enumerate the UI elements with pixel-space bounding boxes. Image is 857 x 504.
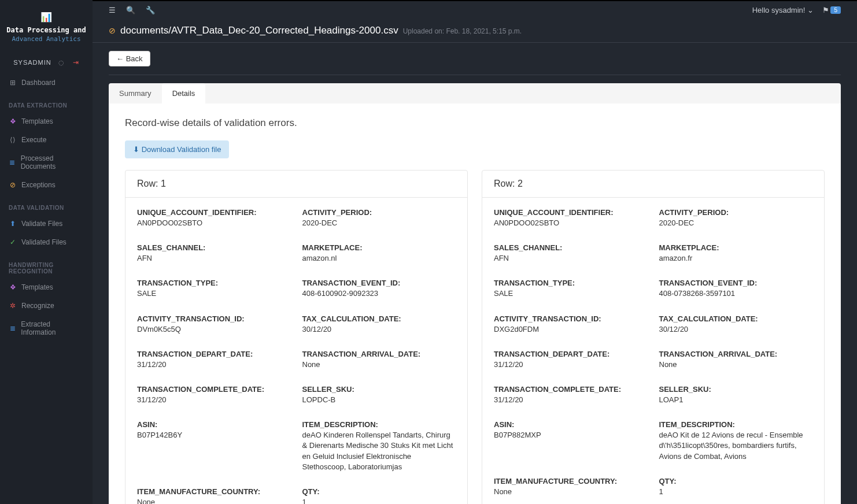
field-label: TRANSACTION_COMPLETE_DATE: [137, 385, 291, 394]
sidebar-item-execute[interactable]: ⟨⟩Execute [0, 131, 93, 149]
details-panel: Record-wise details of validation errors… [109, 103, 841, 504]
sidebar-item-validate-files[interactable]: ⬆Validate Files [0, 214, 93, 233]
field-label: ITEM_DESCRIPTION: [659, 420, 813, 429]
field-label: MARKETPLACE: [302, 243, 456, 252]
field: ITEM_DESCRIPTION:deAO Kit de 12 Avions d… [659, 420, 813, 462]
field-label: TRANSACTION_ARRIVAL_DATE: [659, 350, 813, 358]
search-icon[interactable]: 🔍 [126, 6, 135, 14]
field-label: TAX_CALCULATION_DATE: [302, 314, 456, 323]
field-label: ACTIVITY_PERIOD: [302, 208, 456, 217]
arrow-left-icon: ← [116, 54, 124, 63]
topbar-user-menu[interactable]: Hello sysadmin! ⌄ [752, 6, 814, 14]
field: ASIN:B07P882MXP [494, 420, 648, 462]
field-value: B07P882MXP [494, 430, 648, 440]
field-value: B07P142B6Y [137, 430, 291, 440]
logo-icon: 📊 [6, 12, 87, 23]
field: TRANSACTION_TYPE:SALE [137, 279, 291, 299]
sidebar-item-templates[interactable]: ❖Templates [0, 278, 93, 297]
document-title: documents/AVTR_Data_Dec-20_Corrected_Hea… [120, 25, 398, 36]
record-title: Row: 1 [125, 171, 467, 198]
field-label: ACTIVITY_TRANSACTION_ID: [494, 314, 648, 323]
field: TRANSACTION_EVENT_ID:408-6100902-9092323 [302, 279, 456, 299]
field: ACTIVITY_TRANSACTION_ID:DVm0K5c5Q [137, 314, 291, 335]
field-label: TRANSACTION_ARRIVAL_DATE: [302, 350, 456, 358]
sidebar-user: SYSADMIN ◌ ⇥ [0, 51, 93, 73]
field: TAX_CALCULATION_DATE:30/12/20 [659, 314, 813, 335]
notifications-flag[interactable]: ⚑ 5 [822, 6, 841, 14]
field: TRANSACTION_DEPART_DATE:31/12/20 [137, 350, 291, 370]
record-card: Row: 1UNIQUE_ACCOUNT_IDENTIFIER:AN0PDOO0… [125, 170, 468, 504]
tab-summary[interactable]: Summary [109, 83, 162, 103]
field-value: 408-0738268-3597101 [659, 288, 813, 299]
field-value: DVm0K5c5Q [137, 324, 291, 335]
field-label: TRANSACTION_DEPART_DATE: [137, 350, 291, 358]
field: QTY:1 [659, 477, 813, 497]
wrench-icon[interactable]: 🔧 [146, 6, 155, 14]
field: QTY:1 [302, 487, 456, 504]
sidebar-heading: DATA VALIDATION [0, 194, 93, 214]
download-validation-button[interactable]: ⬇ Download Validation file [125, 140, 229, 158]
back-button[interactable]: ← Back [109, 51, 150, 66]
templates-icon: ❖ [9, 117, 17, 125]
logout-icon[interactable]: ⇥ [73, 58, 79, 66]
sidebar-item-templates[interactable]: ❖Templates [0, 112, 93, 131]
sidebar-item-label: Dashboard [21, 79, 56, 87]
field: MARKETPLACE:amazon.fr [659, 243, 813, 264]
field-label: TRANSACTION_EVENT_ID: [302, 279, 456, 287]
field-value: 30/12/20 [659, 324, 813, 335]
field: SALES_CHANNEL:AFN [494, 243, 648, 264]
field: SALES_CHANNEL:AFN [137, 243, 291, 264]
field-label: TRANSACTION_TYPE: [494, 279, 648, 287]
field: ACTIVITY_TRANSACTION_ID:DXG2d0FDM [494, 314, 648, 335]
field-value: amazon.fr [659, 253, 813, 264]
field-value: AN0PDOO02SBTO [494, 218, 648, 228]
sidebar-item-processed-documents[interactable]: ≣Processed Documents [0, 149, 93, 176]
field-value: SALE [494, 288, 648, 299]
field-value: amazon.nl [302, 253, 456, 264]
field-label: ASIN: [137, 420, 291, 429]
field: TRANSACTION_TYPE:SALE [494, 279, 648, 299]
sidebar-item-validated-files[interactable]: ✓Validated Files [0, 233, 93, 251]
field: TRANSACTION_COMPLETE_DATE:31/12/20 [494, 385, 648, 405]
field: TRANSACTION_EVENT_ID:408-0738268-3597101 [659, 279, 813, 299]
document-header: ⊘ documents/AVTR_Data_Dec-20_Corrected_H… [93, 19, 857, 43]
field-label: TRANSACTION_DEPART_DATE: [494, 350, 648, 358]
field-label: MARKETPLACE: [659, 243, 813, 252]
field-value: 408-6100902-9092323 [302, 288, 456, 299]
field-value: AFN [494, 253, 648, 264]
field-label: UNIQUE_ACCOUNT_IDENTIFIER: [137, 208, 291, 217]
sidebar-username: SYSADMIN [13, 59, 51, 66]
field-value: 31/12/20 [137, 360, 291, 370]
field-label: SALES_CHANNEL: [494, 243, 648, 252]
field-label: SELLER_SKU: [659, 385, 813, 394]
chevron-down-icon: ⌄ [807, 6, 814, 14]
tab-details[interactable]: Details [162, 83, 206, 103]
sidebar-item-recognize[interactable]: ✲Recognize [0, 297, 93, 315]
field-value: None [302, 360, 456, 370]
sidebar-heading: DATA EXTRACTION [0, 92, 93, 112]
field: ITEM_MANUFACTURE_COUNTRY:None [494, 477, 648, 497]
field-label: TRANSACTION_EVENT_ID: [659, 279, 813, 287]
sidebar-item-exceptions[interactable]: ⊘Exceptions [0, 176, 93, 194]
field-value: deAO Kinderen Rollenspel Tandarts, Chiru… [302, 430, 456, 472]
sidebar-item-label: Processed Documents [21, 154, 84, 171]
field-label: ITEM_MANUFACTURE_COUNTRY: [137, 487, 291, 496]
sidebar-item-label: Validate Files [21, 220, 62, 228]
extracted-information-icon: ≣ [9, 324, 16, 332]
brand-line1: Data Processing and [6, 26, 87, 34]
validate-files-icon: ⬆ [9, 220, 17, 228]
field: ITEM_DESCRIPTION:deAO Kinderen Rollenspe… [302, 420, 456, 472]
brand-line2: Advanced Analytics [6, 35, 87, 43]
field-label: UNIQUE_ACCOUNT_IDENTIFIER: [494, 208, 648, 217]
droplet-icon: ◌ [58, 59, 65, 66]
field-value: 2020-DEC [302, 218, 456, 228]
field-label: SELLER_SKU: [302, 385, 456, 394]
menu-toggle-icon[interactable]: ☰ [109, 6, 116, 14]
field-label: ACTIVITY_TRANSACTION_ID: [137, 314, 291, 323]
sidebar-item-label: Extracted Information [21, 320, 84, 336]
record-card: Row: 2UNIQUE_ACCOUNT_IDENTIFIER:AN0PDOO0… [482, 170, 825, 504]
field-value: 1 [302, 497, 456, 504]
back-label: Back [126, 54, 143, 63]
sidebar-item-extracted-information[interactable]: ≣Extracted Information [0, 315, 93, 342]
sidebar-item-dashboard[interactable]: ⊞Dashboard [0, 73, 93, 92]
